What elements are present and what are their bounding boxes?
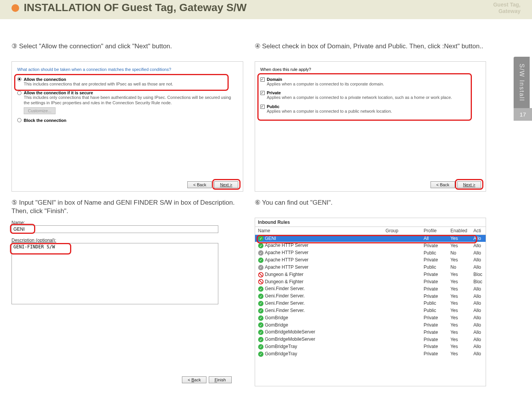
step5-caption: ⑤ Input "GENI" in box of Name and GENI F… [11, 199, 243, 215]
option-allow[interactable]: Allow the connection This includes conne… [17, 77, 237, 87]
rule-status-icon: ✓ [258, 258, 264, 263]
description-input[interactable]: GENI-FINDER S/W [11, 243, 218, 304]
table-row[interactable]: ✓Geni.Finder Server.PrivateYesAllo [255, 285, 486, 292]
header-subtitle-1: Guest Tag, [493, 2, 521, 8]
step4-panel: When does this rule apply? Domain Applie… [255, 61, 486, 192]
rules-table: Name Group Profile Enabled Acti ✓GENIAll… [255, 227, 486, 358]
page-title: INSTALLATION OF Guest Tag, Gateway S/W [24, 2, 247, 14]
public-title: Public [267, 104, 280, 109]
side-tab-label: S/W Install [514, 57, 530, 108]
checkbox-icon[interactable] [260, 77, 265, 82]
table-row[interactable]: ✓Geni.Finder Server.PrivateYesAllo [255, 292, 486, 300]
col-enabled[interactable]: Enabled [447, 227, 470, 235]
table-header-row: Name Group Profile Enabled Acti [255, 227, 486, 235]
rule-status-icon: ✓ [258, 344, 264, 350]
rule-status-icon: ✓ [258, 294, 264, 299]
step3-block: ③ Select "Allow the connection" and clic… [11, 42, 243, 192]
table-row[interactable]: ✓GomBridgePrivateYesAllo [255, 314, 486, 322]
checkbox-icon[interactable] [260, 91, 265, 95]
step3-panel: What action should be taken when a conne… [11, 61, 243, 192]
checkbox-icon[interactable] [260, 105, 265, 109]
customize-button: Customize... [24, 107, 56, 114]
table-row[interactable]: ✓Geni.Finder Server.PublicYesAllo [255, 307, 486, 314]
description-label: Description (optional): [11, 238, 243, 243]
step5-panel: Name: Description (optional): GENI-FINDE… [11, 218, 243, 386]
check-public[interactable]: Public Applies when a computer is connec… [260, 104, 481, 114]
public-desc: Applies when a computer is connected to … [267, 109, 481, 114]
rule-status-icon: ✓ [258, 330, 264, 335]
private-desc: Applies when a computer is connected to … [267, 95, 481, 100]
table-row[interactable]: ✓GENIAllYesAllo [255, 235, 486, 242]
option-block-title: Block the connection [24, 118, 66, 123]
table-row[interactable]: ✓Apache HTTP ServerPublicNoAllo [255, 249, 486, 256]
table-row[interactable]: ✓GomBridgePrivateYesAllo [255, 322, 486, 329]
option-block[interactable]: Block the connection [17, 118, 237, 123]
table-row[interactable]: ✓GomBridgeMobileServerPrivateYesAllo [255, 328, 486, 336]
table-row[interactable]: ✓Apache HTTP ServerPublicNoAllo [255, 264, 486, 271]
table-row[interactable]: ✓Geni.Finder Server.PublicYesAllo [255, 300, 486, 307]
step4-question: When does this rule apply? [260, 67, 481, 72]
inbound-rules-panel: Inbound Rules Name Group Profile Enabled… [255, 218, 486, 386]
finish-button[interactable]: Finish [209, 376, 231, 383]
option-allow-secure-desc: This includes only connections that have… [24, 95, 237, 106]
rule-status-icon [258, 279, 264, 284]
step6-block: ⑥ You can find out "GENI". Inbound Rules… [255, 199, 486, 386]
domain-title: Domain [267, 77, 282, 82]
table-row[interactable]: ✓Apache HTTP ServerPrivateYesAllo [255, 242, 486, 249]
side-tab: S/W Install 17 [514, 57, 532, 121]
option-allow-title: Allow the connection [24, 77, 66, 82]
rule-status-icon: ✓ [258, 351, 264, 357]
domain-desc: Applies when a computer is connected to … [267, 82, 481, 87]
rule-status-icon: ✓ [258, 315, 264, 321]
bullet-icon [11, 4, 19, 12]
inbound-rules-title: Inbound Rules [255, 218, 486, 227]
name-label: Name: [11, 220, 243, 225]
step3-question: What action should be taken when a conne… [17, 67, 237, 72]
table-row[interactable]: ✓GomBridgeMobileServerPrivateYesAllo [255, 336, 486, 343]
private-title: Private [267, 90, 281, 95]
col-group[interactable]: Group [383, 227, 421, 235]
check-domain[interactable]: Domain Applies when a computer is connec… [260, 77, 481, 87]
rule-status-icon: ✓ [258, 308, 264, 314]
radio-icon[interactable] [17, 91, 21, 95]
step5-block: ⑤ Input "GENI" in box of Name and GENI F… [11, 199, 243, 386]
table-row[interactable]: ✓GomBridgeTrayPrivateYesAllo [255, 343, 486, 350]
rule-status-icon: ✓ [258, 250, 264, 256]
rule-status-icon: ✓ [258, 286, 264, 292]
option-allow-secure[interactable]: Allow the connection if it is secure Thi… [17, 90, 237, 114]
rule-status-icon: ✓ [258, 322, 264, 328]
back-button[interactable]: < Back [182, 376, 206, 383]
table-row[interactable]: Dungeon & FighterPrivateYesBloc [255, 271, 486, 278]
title-bar: INSTALLATION OF Guest Tag, Gateway S/W G… [0, 0, 532, 19]
rule-status-icon: ✓ [258, 243, 264, 248]
radio-icon[interactable] [17, 77, 21, 81]
back-button[interactable]: < Back [431, 181, 455, 188]
name-input[interactable] [11, 225, 218, 233]
next-button[interactable]: Next > [457, 181, 481, 188]
page-number: 17 [514, 108, 532, 121]
table-row[interactable]: Dungeon & FighterPrivateYesBloc [255, 278, 486, 286]
rule-status-icon: ✓ [258, 301, 264, 306]
step4-caption: ④ Select check in box of Domain, Private… [255, 42, 486, 59]
next-button[interactable]: Next > [214, 181, 238, 188]
rule-status-icon: ✓ [258, 236, 264, 241]
radio-icon[interactable] [17, 118, 21, 122]
col-action[interactable]: Acti [470, 227, 486, 235]
col-profile[interactable]: Profile [421, 227, 447, 235]
option-allow-secure-title: Allow the connection if it is secure [24, 90, 93, 95]
option-allow-desc: This includes connections that are prote… [24, 82, 237, 87]
table-row[interactable]: ✓GomBridgeTrayPrivateYesAllo [255, 350, 486, 358]
rule-status-icon [258, 272, 264, 277]
table-row[interactable]: ✓Apache HTTP ServerPrivateYesAllo [255, 256, 486, 264]
step4-block: ④ Select check in box of Domain, Private… [255, 42, 486, 192]
rule-status-icon: ✓ [258, 265, 264, 270]
rule-status-icon: ✓ [258, 337, 264, 342]
header-subtitle-2: Gateway [493, 8, 521, 15]
col-name[interactable]: Name [255, 227, 383, 235]
back-button[interactable]: < Back [187, 181, 212, 188]
step3-caption: ③ Select "Allow the connection" and clic… [11, 42, 243, 59]
step6-caption: ⑥ You can find out "GENI". [255, 199, 486, 215]
check-private[interactable]: Private Applies when a computer is conne… [260, 90, 481, 100]
